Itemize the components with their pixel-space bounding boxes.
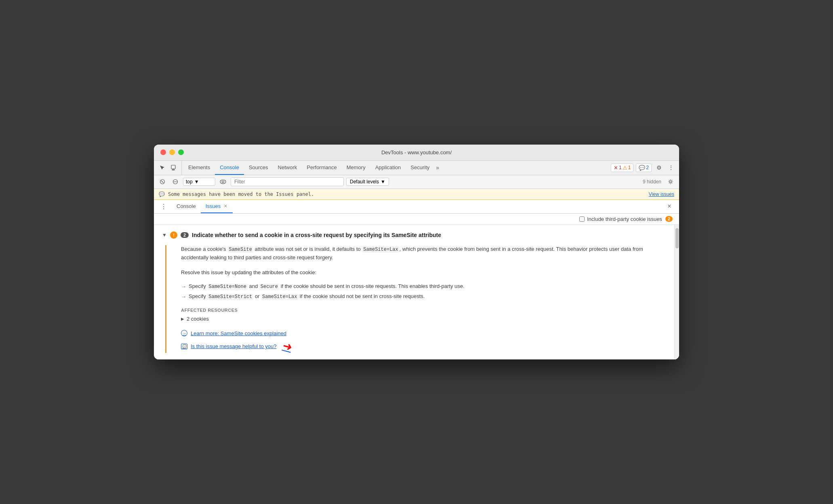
svg-point-9 [670, 181, 672, 183]
scrollbar-thumb[interactable] [675, 228, 679, 248]
filter-input[interactable] [231, 177, 344, 186]
svg-point-8 [222, 181, 224, 183]
window-controls [160, 149, 184, 155]
info-count: 2 [646, 165, 649, 170]
issue-list-item-1: → Specify SameSite=None and Secure if th… [181, 281, 666, 292]
red-arrow-annotation: ➜ [282, 339, 294, 354]
tab-network[interactable]: Network [273, 161, 302, 175]
more-options-btn[interactable]: ⋮ [666, 163, 676, 172]
third-party-checkbox-label[interactable]: Include third-party cookie issues [579, 216, 662, 222]
issue-count: 2 [181, 232, 189, 238]
device-icon-btn[interactable] [168, 163, 178, 172]
nav-right: ✕ 1 ⚠ 1 💬 2 ⚙ ⋮ [608, 161, 676, 175]
cookies-count: 2 cookies [187, 316, 209, 322]
cursor-icon-btn[interactable] [157, 163, 167, 172]
more-tabs-btn[interactable]: » [434, 161, 441, 175]
nav-icons [157, 161, 182, 175]
warning-count: 1 [628, 165, 631, 170]
devtools-window: DevTools - www.youtube.com/ [154, 145, 679, 360]
error-icon: ✕ [614, 165, 618, 171]
cookies-toggle-arrow: ▶ [181, 317, 184, 321]
issue-title: Indicate whether to send a cookie in a c… [192, 232, 441, 238]
clear-console-btn[interactable] [157, 176, 168, 187]
tab-sources[interactable]: Sources [244, 161, 273, 175]
svg-point-7 [220, 180, 226, 184]
error-badge-btn[interactable]: ✕ 1 ⚠ 1 [611, 164, 633, 172]
minimize-button[interactable] [169, 149, 175, 155]
nav-tabs: Elements Console Sources Network Perform… [183, 161, 608, 175]
warning-icon: ⚠ [623, 165, 627, 171]
affected-resources-label: AFFECTED RESOURCES [181, 308, 666, 313]
learn-more-link[interactable]: → Learn more: SameSite cookies explained [181, 330, 666, 336]
tab-console[interactable]: Console [215, 161, 244, 175]
title-bar: DevTools - www.youtube.com/ [154, 145, 679, 161]
close-panel-btn[interactable]: × [665, 202, 674, 211]
checkbox-text: Include third-party cookie issues [587, 216, 662, 222]
main-area: ▼ ! 2 Indicate whether to send a cookie … [154, 225, 679, 360]
issue-resolve: Resolve this issue by updating the attri… [181, 269, 666, 277]
tab-elements[interactable]: Elements [183, 161, 215, 175]
context-selector[interactable]: top ▼ [183, 178, 215, 186]
issue-content: ▼ ! 2 Indicate whether to send a cookie … [154, 225, 674, 360]
issue-header: ▼ ! 2 Indicate whether to send a cookie … [162, 231, 674, 239]
settings-gear-btn[interactable] [665, 176, 676, 187]
issue-list-item-2: → Specify SameSite=Strict or SameSite=La… [181, 292, 666, 302]
close-button[interactable] [160, 149, 166, 155]
secondary-tab-right: × [665, 200, 674, 213]
levels-dropdown[interactable]: Default levels ▼ [346, 178, 389, 186]
toolbar: top ▼ Default levels ▼ 9 hidden [154, 175, 679, 189]
tab-security[interactable]: Security [406, 161, 434, 175]
error-count: 1 [619, 165, 622, 170]
view-issues-link[interactable]: View issues [649, 191, 674, 197]
info-icon: 💬 [639, 165, 645, 171]
devtools-body: Elements Console Sources Network Perform… [154, 161, 679, 360]
eye-btn[interactable] [218, 176, 228, 187]
svg-line-4 [161, 181, 164, 183]
issue-body: Because a cookie's SameSite attribute wa… [165, 245, 674, 353]
tab-performance[interactable]: Performance [302, 161, 341, 175]
issues-options-bar: Include third-party cookie issues 2 [154, 214, 679, 225]
issues-bar-icon: 💬 [159, 191, 165, 197]
arrow-bullet-1: → [181, 282, 186, 291]
tab-console-secondary[interactable]: Console [172, 200, 201, 213]
feedback-icon: 💬 [181, 344, 187, 349]
hidden-count: 9 hidden [643, 179, 661, 185]
issues-bar-message: Some messages have been moved to the Iss… [168, 191, 314, 197]
maximize-button[interactable] [178, 149, 184, 155]
issue-description: Because a cookie's SameSite attribute wa… [181, 245, 666, 262]
feedback-link[interactable]: 💬 Is this issue message helpful to you? … [181, 340, 666, 353]
top-nav: Elements Console Sources Network Perform… [154, 161, 679, 175]
window-title: DevTools - www.youtube.com/ [381, 149, 452, 155]
issue-list: → Specify SameSite=None and Secure if th… [181, 281, 666, 301]
arrow-bullet-2: → [181, 292, 186, 301]
block-btn[interactable] [170, 176, 181, 187]
issues-badge: 2 [665, 216, 673, 222]
scrollbar-track[interactable] [674, 225, 679, 360]
content-area: ▼ ! 2 Indicate whether to send a cookie … [154, 225, 674, 360]
info-badge-btn[interactable]: 💬 2 [636, 164, 652, 172]
issue-toggle[interactable]: ▼ [162, 232, 167, 238]
svg-rect-0 [171, 165, 175, 169]
settings-btn[interactable]: ⚙ [654, 163, 664, 172]
tab-issues-close[interactable]: × [223, 203, 228, 209]
context-value: top [186, 179, 193, 185]
cookies-toggle[interactable]: ▶ 2 cookies [181, 316, 666, 322]
levels-arrow: ▼ [381, 179, 385, 185]
issues-bar: 💬 Some messages have been moved to the I… [154, 189, 679, 200]
tab-issues[interactable]: Issues × [201, 200, 233, 213]
issue-links: → Learn more: SameSite cookies explained… [181, 330, 666, 353]
learn-more-icon: → [181, 330, 187, 336]
levels-label: Default levels [350, 179, 379, 185]
tab-application[interactable]: Application [370, 161, 406, 175]
context-arrow: ▼ [194, 179, 199, 185]
secondary-tabs: ⋮ Console Issues × × [154, 200, 679, 214]
tab-memory[interactable]: Memory [342, 161, 370, 175]
issue-warn-icon: ! [170, 231, 177, 239]
secondary-tab-menu[interactable]: ⋮ [159, 200, 168, 213]
third-party-checkbox[interactable] [579, 216, 585, 222]
